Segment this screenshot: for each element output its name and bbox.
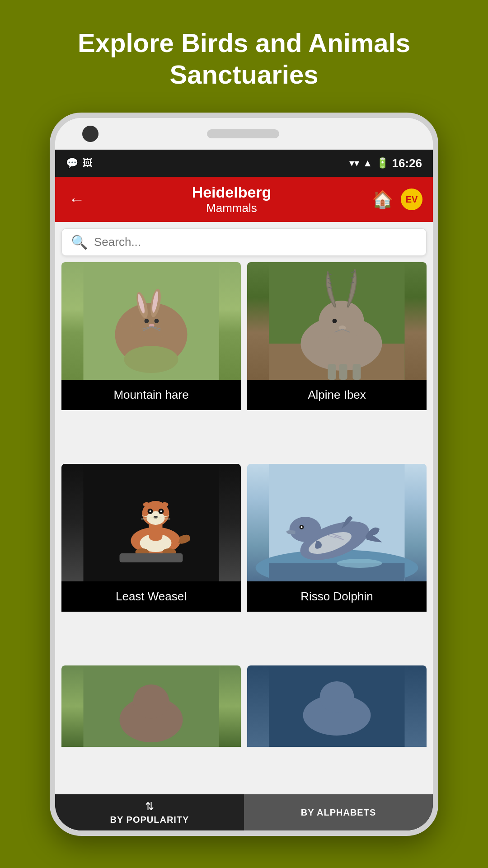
animal-card-partial-1[interactable]: [61, 665, 241, 794]
animal-image-partial-2: [247, 665, 427, 747]
sensor: [388, 131, 406, 137]
search-icon: 🔍: [71, 234, 88, 250]
svg-point-26: [333, 319, 337, 323]
bottom-tabs: ⇅ BY POPULARITY BY ALPHABETS: [55, 794, 433, 830]
header-title: Heidelberg: [91, 184, 372, 201]
image-icon: 🖼: [83, 157, 93, 169]
status-left-icons: 💬 🖼: [66, 157, 93, 169]
svg-rect-32: [353, 364, 361, 380]
animal-card-risso-dolphin[interactable]: Risso Dolphin: [247, 464, 427, 659]
svg-point-8: [155, 319, 159, 323]
search-bar: 🔍: [61, 228, 427, 256]
svg-point-42: [160, 510, 162, 512]
animal-image-mountain-hare: [61, 262, 241, 380]
svg-rect-55: [269, 563, 405, 581]
signal-icon: ▲: [363, 157, 373, 169]
animal-label-alpine-ibex: Alpine Ibex: [247, 380, 427, 410]
phone-frame: 💬 🖼 ▾▾ ▲ 🔋 16:26 ← Heidelberg Mammals 🏠 …: [50, 113, 438, 836]
search-input[interactable]: [94, 235, 417, 249]
animal-card-alpine-ibex[interactable]: Alpine Ibex: [247, 262, 427, 458]
svg-point-7: [145, 319, 149, 323]
svg-point-56: [337, 559, 382, 568]
camera: [82, 126, 99, 142]
svg-rect-31: [339, 364, 347, 380]
animal-card-mountain-hare[interactable]: Mountain hare: [61, 262, 241, 458]
animal-image-least-weasel: [61, 464, 241, 581]
animals-grid: Mountain hare: [55, 262, 433, 794]
status-bar: 💬 🖼 ▾▾ ▲ 🔋 16:26: [55, 150, 433, 177]
svg-point-40: [150, 510, 151, 512]
status-right-icons: ▾▾ ▲ 🔋 16:26: [349, 156, 422, 170]
app-header: ← Heidelberg Mammals 🏠 EV: [55, 177, 433, 222]
tab-by-alphabets[interactable]: BY ALPHABETS: [244, 794, 433, 830]
svg-rect-52: [120, 553, 183, 562]
svg-point-43: [143, 502, 150, 507]
back-button[interactable]: ←: [64, 185, 91, 213]
animal-card-partial-2[interactable]: [247, 665, 427, 794]
home-icon[interactable]: 🏠: [372, 189, 393, 209]
tab-popularity-label: BY POPULARITY: [110, 815, 189, 825]
header-right-icons: 🏠 EV: [372, 187, 424, 212]
animal-image-partial-1: [61, 665, 241, 747]
svg-point-14: [124, 346, 178, 373]
header-subtitle: Mammals: [91, 201, 372, 215]
notification-icon: 💬: [66, 157, 78, 169]
wifi-icon: ▾▾: [349, 157, 359, 169]
status-time: 16:26: [392, 156, 422, 170]
svg-point-44: [161, 502, 169, 507]
animal-image-risso-dolphin: [247, 464, 427, 581]
animal-label-mountain-hare: Mountain hare: [61, 380, 241, 410]
speaker: [207, 129, 279, 138]
svg-point-59: [290, 517, 321, 542]
animal-card-least-weasel[interactable]: Least Weasel: [61, 464, 241, 659]
tab-alphabets-label: BY ALPHABETS: [301, 807, 376, 818]
header-title-group: Heidelberg Mammals: [91, 184, 372, 215]
svg-point-61: [301, 526, 303, 528]
phone-notch: [55, 118, 433, 150]
battery-icon: 🔋: [376, 157, 389, 169]
ev-badge[interactable]: EV: [399, 187, 424, 212]
animal-image-alpine-ibex: [247, 262, 427, 380]
page-title: Explore Birds and Animals Sanctuaries: [0, 0, 488, 113]
svg-rect-30: [328, 364, 336, 380]
sort-icon: ⇅: [145, 800, 154, 813]
tab-by-popularity[interactable]: ⇅ BY POPULARITY: [55, 794, 244, 830]
svg-point-70: [320, 681, 354, 713]
svg-point-67: [133, 684, 169, 719]
svg-point-18: [319, 301, 364, 341]
animal-label-least-weasel: Least Weasel: [61, 581, 241, 612]
animal-label-risso-dolphin: Risso Dolphin: [247, 581, 427, 612]
